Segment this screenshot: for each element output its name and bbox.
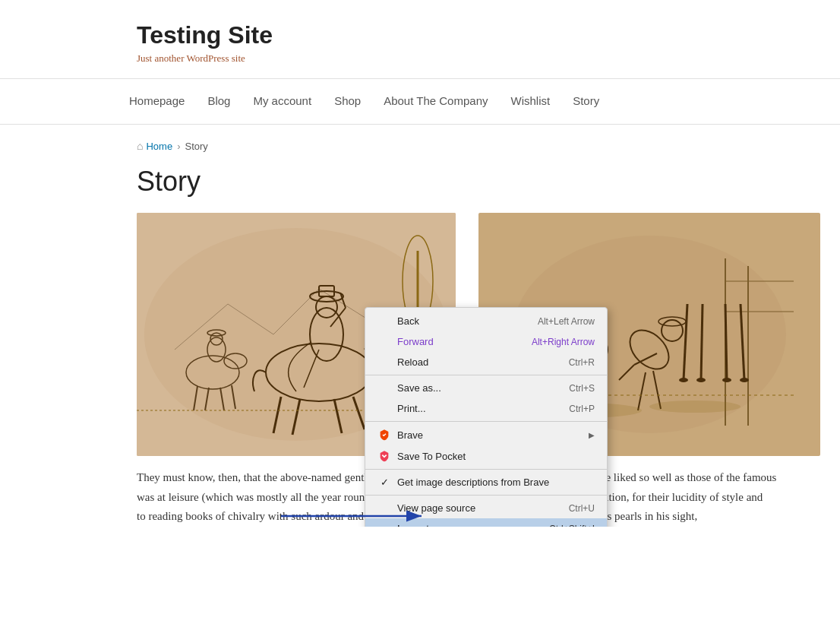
breadcrumb-current: Story [185,141,208,152]
ctx-print[interactable]: Print... Ctrl+P [365,398,607,419]
nav-blog[interactable]: Blog [207,81,230,122]
svg-point-55 [679,378,688,382]
svg-point-61 [649,401,741,413]
ctx-reload[interactable]: Reload Ctrl+R [365,352,607,372]
site-header: Testing Site Just another WordPress site [0,0,840,79]
ctx-check-icon: ✓ [377,477,391,488]
ctx-image-desc-label: Get image descriptions from Brave [397,477,549,488]
page-title: Story [137,166,840,198]
nav-wishlist[interactable]: Wishlist [510,81,550,122]
nav-about[interactable]: About The Company [384,81,488,122]
home-icon: ⌂ [137,140,143,152]
ctx-back[interactable]: Back Alt+Left Arrow [365,311,607,331]
nav-homepage[interactable]: Homepage [129,81,185,122]
ctx-print-shortcut: Ctrl+P [569,404,595,414]
ctx-sep-1 [365,375,607,375]
ctx-image-desc[interactable]: ✓ Get image descriptions from Brave [365,472,607,492]
ctx-sep-3 [365,469,607,470]
main-nav: Homepage Blog My account Shop About The … [0,79,840,125]
breadcrumb: ⌂ Home › Story [137,140,840,152]
ctx-sep-2 [365,421,607,422]
ctx-brave-label: Brave [397,429,423,441]
ctx-reload-shortcut: Ctrl+R [569,357,595,368]
ctx-forward-shortcut: Alt+Right Arrow [532,337,595,347]
ctx-brave[interactable]: Brave ▶ [365,424,607,445]
ctx-sep-4 [365,495,607,496]
ctx-brave-icon [377,429,391,441]
svg-line-53 [725,304,727,380]
ctx-back-label: Back [397,315,419,327]
site-title: Testing Site [137,21,840,49]
ctx-back-shortcut: Alt+Left Arrow [538,316,595,327]
ctx-pocket-label: Save To Pocket [397,451,466,462]
ctx-print-label: Print... [397,403,426,414]
ctx-save-shortcut: Ctrl+S [569,383,595,394]
ctx-save-as[interactable]: Save as... Ctrl+S [365,378,607,398]
ctx-pocket-icon [377,450,391,462]
ctx-reload-label: Reload [397,356,428,368]
svg-point-57 [722,378,731,382]
nav-my-account[interactable]: My account [253,81,311,122]
svg-point-58 [740,378,749,382]
content-area: ⌂ Home › Story Story [0,125,840,527]
ctx-forward-label: Forward [397,336,434,347]
site-tagline: Just another WordPress site [137,52,840,65]
nav-story[interactable]: Story [573,81,599,122]
ctx-view-source-shortcut: Ctrl+U [569,503,595,514]
breadcrumb-separator: › [177,141,180,152]
svg-line-52 [701,304,703,380]
inspect-arrow [281,505,433,527]
ctx-brave-arrow: ▶ [589,431,595,439]
context-menu: Back Alt+Left Arrow Forward Alt+Right Ar… [365,307,608,527]
breadcrumb-home-link[interactable]: Home [146,141,172,152]
ctx-forward[interactable]: Forward Alt+Right Arrow [365,331,607,352]
svg-point-56 [696,378,706,382]
nav-shop[interactable]: Shop [334,81,361,122]
ctx-pocket[interactable]: Save To Pocket [365,445,607,467]
ctx-save-label: Save as... [397,382,441,394]
ctx-inspect-shortcut: Ctrl+Shift+I [549,524,595,527]
